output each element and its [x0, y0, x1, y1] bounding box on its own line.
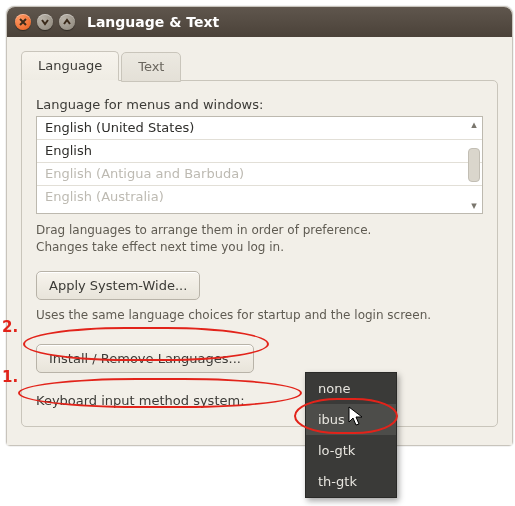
list-item[interactable]: English (Antigua and Barbuda) [37, 162, 482, 185]
list-item[interactable]: English [37, 139, 482, 162]
input-method-dropdown[interactable]: none ibus lo-gtk th-gtk [305, 372, 397, 498]
dropdown-option-label: none [318, 381, 350, 396]
install-remove-languages-label: Install / Remove Languages... [49, 351, 241, 366]
tab-text[interactable]: Text [121, 52, 181, 82]
window-title: Language & Text [87, 14, 219, 30]
drag-hint-2: Changes take effect next time you log in… [36, 240, 284, 254]
apply-system-wide-label: Apply System-Wide... [49, 278, 187, 293]
dropdown-option-label: lo-gtk [318, 443, 355, 458]
close-icon[interactable] [15, 14, 31, 30]
apply-system-wide-button[interactable]: Apply System-Wide... [36, 271, 200, 300]
language-text-window: Language & Text Language Text Language f… [6, 6, 513, 446]
maximize-icon[interactable] [59, 14, 75, 30]
language-listbox[interactable]: English (United States) English English … [36, 116, 483, 214]
drag-hint-1: Drag languages to arrange them in order … [36, 223, 371, 237]
dropdown-option-none[interactable]: none [306, 373, 396, 404]
language-panel: Language for menus and windows: English … [21, 80, 498, 427]
dropdown-option-label: th-gtk [318, 474, 357, 489]
scroll-down-icon[interactable]: ▾ [471, 200, 477, 211]
language-heading: Language for menus and windows: [36, 97, 483, 112]
apply-hint: Uses the same language choices for start… [36, 308, 483, 322]
cursor-icon [348, 406, 366, 428]
list-item[interactable]: English (United States) [37, 117, 482, 139]
tab-bar: Language Text [21, 51, 498, 81]
list-item[interactable]: English (Australia) [37, 185, 482, 208]
tab-language[interactable]: Language [21, 51, 119, 81]
drag-hint: Drag languages to arrange them in order … [36, 222, 483, 257]
dropdown-option-th-gtk[interactable]: th-gtk [306, 466, 396, 497]
dropdown-option-label: ibus [318, 412, 345, 427]
scroll-thumb[interactable] [468, 148, 480, 182]
scroll-up-icon[interactable]: ▴ [471, 119, 477, 130]
scrollbar[interactable]: ▴ ▾ [468, 119, 480, 211]
client-area: Language Text Language for menus and win… [7, 37, 512, 445]
keyboard-input-method-label: Keyboard input method system: [36, 393, 245, 408]
minimize-icon[interactable] [37, 14, 53, 30]
titlebar[interactable]: Language & Text [7, 7, 512, 37]
dropdown-option-lo-gtk[interactable]: lo-gtk [306, 435, 396, 466]
install-remove-languages-button[interactable]: Install / Remove Languages... [36, 344, 254, 373]
tab-text-label: Text [138, 59, 164, 74]
tab-language-label: Language [38, 58, 102, 73]
